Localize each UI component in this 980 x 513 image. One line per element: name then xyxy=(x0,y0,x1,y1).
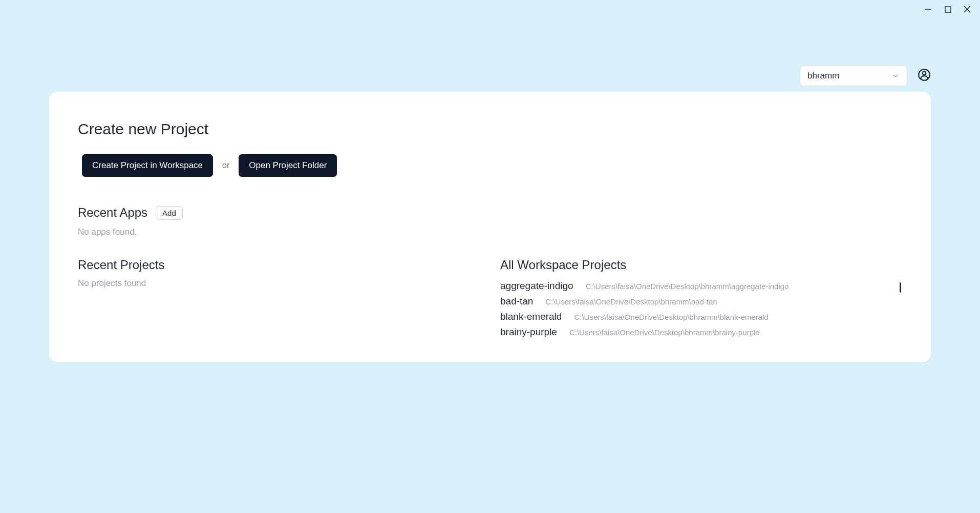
workspace-project-item[interactable]: brainy-purple C:\Users\faisa\OneDrive\De… xyxy=(500,324,902,340)
no-projects-text: No projects found xyxy=(78,278,480,289)
recent-projects-column: Recent Projects No projects found xyxy=(78,258,480,340)
top-bar: bhramm xyxy=(800,66,931,86)
workspace-project-item[interactable]: bad-tan C:\Users\faisa\OneDrive\Desktop\… xyxy=(500,294,902,309)
recent-apps-header: Recent Apps Add xyxy=(78,206,902,220)
workspace-selector[interactable]: bhramm xyxy=(800,66,907,86)
create-button-row: Create Project in Workspace or Open Proj… xyxy=(82,154,902,177)
workspace-name: bhramm xyxy=(807,71,839,81)
no-apps-text: No apps found. xyxy=(78,227,902,237)
project-path: C:\Users\faisa\OneDrive\Desktop\bhramm\a… xyxy=(586,282,789,291)
account-button[interactable] xyxy=(918,68,931,84)
close-icon xyxy=(964,6,971,13)
account-icon xyxy=(918,68,931,81)
svg-point-5 xyxy=(923,72,926,75)
svg-rect-1 xyxy=(945,7,951,12)
recent-apps-title: Recent Apps xyxy=(78,206,147,220)
create-project-title: Create new Project xyxy=(78,120,902,138)
minimize-button[interactable] xyxy=(923,4,933,14)
maximize-icon xyxy=(945,6,951,13)
workspace-project-item[interactable]: aggregate-indigo C:\Users\faisa\OneDrive… xyxy=(500,278,902,294)
project-name: blank-emerald xyxy=(500,311,562,322)
workspace-project-list: aggregate-indigo C:\Users\faisa\OneDrive… xyxy=(500,278,902,340)
open-project-folder-button[interactable]: Open Project Folder xyxy=(239,154,337,177)
all-workspace-projects-column: All Workspace Projects aggregate-indigo … xyxy=(500,258,902,340)
chevron-down-icon xyxy=(891,72,900,80)
recent-projects-title: Recent Projects xyxy=(78,258,480,272)
project-path: C:\Users\faisa\OneDrive\Desktop\bhramm\b… xyxy=(574,313,768,321)
all-workspace-projects-title: All Workspace Projects xyxy=(500,258,902,272)
add-app-button[interactable]: Add xyxy=(156,206,183,220)
scrollbar-thumb[interactable] xyxy=(900,282,901,293)
project-name: brainy-purple xyxy=(500,326,557,338)
project-name: aggregate-indigo xyxy=(500,280,573,292)
create-in-workspace-button[interactable]: Create Project in Workspace xyxy=(82,154,213,177)
window-controls xyxy=(923,4,972,14)
close-button[interactable] xyxy=(962,4,972,14)
or-separator: or xyxy=(222,161,229,170)
minimize-icon xyxy=(925,6,932,13)
project-path: C:\Users\faisa\OneDrive\Desktop\bhramm\b… xyxy=(545,297,717,306)
projects-columns: Recent Projects No projects found All Wo… xyxy=(78,258,902,340)
main-card: Create new Project Create Project in Wor… xyxy=(49,92,931,362)
workspace-project-item[interactable]: blank-emerald C:\Users\faisa\OneDrive\De… xyxy=(500,309,902,324)
project-name: bad-tan xyxy=(500,296,533,307)
project-path: C:\Users\faisa\OneDrive\Desktop\bhramm\b… xyxy=(569,328,760,337)
maximize-button[interactable] xyxy=(943,4,953,14)
